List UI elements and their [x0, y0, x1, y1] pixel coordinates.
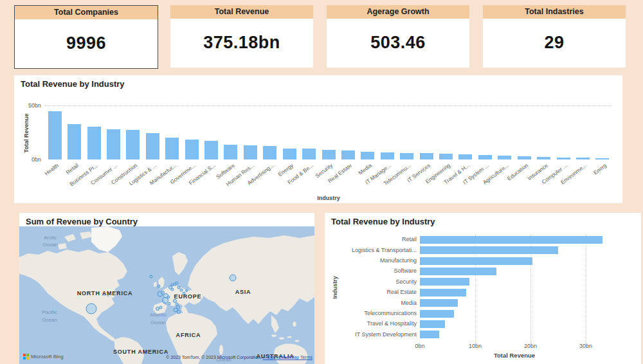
- column-bar[interactable]: [322, 150, 336, 159]
- column-bar[interactable]: [420, 153, 433, 159]
- revenue-bubble[interactable]: [176, 303, 178, 305]
- column-bar[interactable]: [400, 153, 413, 159]
- revenue-bubble[interactable]: [177, 286, 180, 289]
- y-tick-label: 0bn: [21, 156, 41, 163]
- revenue-bubble[interactable]: [167, 296, 170, 298]
- column-bar[interactable]: [185, 140, 199, 159]
- column-bar[interactable]: [165, 138, 179, 159]
- philippines-shape: [293, 322, 296, 327]
- revenue-bubble[interactable]: [156, 307, 159, 311]
- y-category-label: Manufacturing: [327, 257, 417, 264]
- column-bar[interactable]: [537, 157, 550, 159]
- x-axis-title: Total Revenue: [450, 352, 579, 359]
- bar-row[interactable]: [420, 320, 445, 328]
- top-chart-plot: HealthRetailBusiness Pr...Consumer ...Co…: [45, 106, 612, 159]
- continent-label: SOUTH AMERICA: [113, 349, 168, 355]
- revenue-bubble[interactable]: [168, 302, 170, 305]
- y-tick-label: 50bn: [21, 102, 41, 109]
- column-bar[interactable]: [518, 156, 531, 159]
- revenue-bubble[interactable]: [176, 282, 178, 284]
- column-bar[interactable]: [302, 149, 316, 159]
- bar-row[interactable]: [420, 331, 439, 338]
- column-bar[interactable]: [107, 129, 120, 159]
- column-bar[interactable]: [595, 158, 609, 159]
- column-bar[interactable]: [48, 111, 62, 160]
- continent-label: NORTH AMERICA: [77, 290, 133, 296]
- x-axis-title: Industry: [45, 195, 612, 201]
- revenue-bubble[interactable]: [159, 306, 162, 309]
- revenue-bubble[interactable]: [86, 304, 96, 314]
- continent-label: ASIA: [235, 289, 251, 295]
- bar-row[interactable]: [420, 246, 558, 254]
- column-bar[interactable]: [263, 146, 276, 159]
- bar-row[interactable]: [420, 278, 469, 286]
- column-bar[interactable]: [87, 127, 101, 159]
- column-bar[interactable]: [283, 149, 296, 159]
- bar-row[interactable]: [420, 257, 532, 265]
- revenue-bubble[interactable]: [171, 284, 174, 286]
- kpi-card-value: 375.18bn: [170, 19, 313, 66]
- map-panel[interactable]: Sum of Revenue by Country: [19, 213, 314, 364]
- bar-row[interactable]: [420, 236, 602, 244]
- kpi-card-title: Agerage Growth: [367, 7, 429, 16]
- bing-logo[interactable]: Microsoft Bing: [23, 354, 64, 359]
- revenue-bubble[interactable]: [158, 285, 160, 287]
- hbar-chart-plot: 0bn10bn20bn30bnRetailLogistics & Transpo…: [325, 213, 641, 364]
- microsoft-logo-icon: [23, 354, 29, 359]
- column-bar[interactable]: [439, 154, 453, 159]
- column-bar[interactable]: [458, 154, 472, 159]
- attribution-text: © 2023 TomTom, © 2023 Microsoft Corporat…: [166, 355, 262, 359]
- column-bar[interactable]: [361, 152, 374, 159]
- revenue-bubble[interactable]: [230, 275, 236, 281]
- kpi-card-header: Total Companies: [15, 6, 158, 19]
- madagascar-shape: [219, 345, 223, 355]
- revenue-bubble[interactable]: [186, 290, 188, 292]
- column-chart-panel[interactable]: Total Revenue by Industry 50bn 0bn Total…: [14, 75, 622, 203]
- map-svg[interactable]: ArcticOceanNORTH AMERICAPacificOceanAtla…: [19, 226, 314, 364]
- gridline: [45, 105, 612, 106]
- ocean-label: Ocean: [150, 320, 166, 325]
- column-bar[interactable]: [224, 145, 237, 159]
- gridline: [586, 235, 586, 343]
- revenue-bubble[interactable]: [174, 308, 177, 312]
- openstreetmap-link[interactable]: © OpenStreetMap: [263, 355, 300, 359]
- revenue-bubble[interactable]: [163, 298, 168, 304]
- bar-row[interactable]: [420, 299, 458, 307]
- indonesia-island: [295, 340, 300, 341]
- column-bar[interactable]: [557, 158, 570, 159]
- column-bar[interactable]: [68, 124, 81, 159]
- revenue-bubble[interactable]: [177, 311, 181, 314]
- revenue-bubble[interactable]: [161, 291, 165, 295]
- kpi-card-header: Total Revenue: [170, 5, 313, 19]
- y-category-label: Software: [327, 268, 417, 274]
- column-bar[interactable]: [341, 150, 355, 159]
- terms-link[interactable]: Terms: [299, 355, 312, 359]
- column-bar[interactable]: [576, 158, 590, 159]
- x-tick-label: 20bn: [518, 343, 543, 349]
- column-bar[interactable]: [126, 130, 140, 159]
- revenue-bubble[interactable]: [180, 289, 183, 291]
- y-category-label: Security: [327, 278, 417, 285]
- column-bar[interactable]: [204, 141, 218, 159]
- kpi-card-total-revenue[interactable]: Total Revenue 375.18bn: [170, 5, 313, 68]
- kpi-card-total-companies[interactable]: Total Companies 9996: [14, 5, 158, 69]
- revenue-bubble[interactable]: [171, 288, 174, 291]
- hbar-chart-panel[interactable]: Total Revenue by Industry Industry 0bn10…: [325, 213, 641, 364]
- column-bar[interactable]: [498, 156, 511, 159]
- bar-row[interactable]: [420, 310, 454, 318]
- chart-title: Total Revenue by Industry: [21, 79, 125, 89]
- kpi-card-value: 29: [483, 19, 626, 66]
- revenue-bubble[interactable]: [150, 275, 152, 278]
- kpi-card-header: Total Indastries: [483, 5, 626, 19]
- column-bar[interactable]: [478, 155, 492, 159]
- column-bar[interactable]: [381, 152, 394, 159]
- column-bar[interactable]: [244, 145, 257, 159]
- revenue-bubble[interactable]: [174, 300, 177, 303]
- world-map[interactable]: ArcticOceanNORTH AMERICAPacificOceanAtla…: [19, 226, 314, 364]
- kpi-card-header: Agerage Growth: [327, 5, 469, 19]
- bar-row[interactable]: [420, 289, 466, 296]
- bar-row[interactable]: [420, 268, 496, 275]
- kpi-card-average-growth[interactable]: Agerage Growth 503.46: [327, 5, 469, 68]
- kpi-card-total-industries[interactable]: Total Indastries 29: [483, 5, 626, 68]
- column-bar[interactable]: [146, 133, 159, 160]
